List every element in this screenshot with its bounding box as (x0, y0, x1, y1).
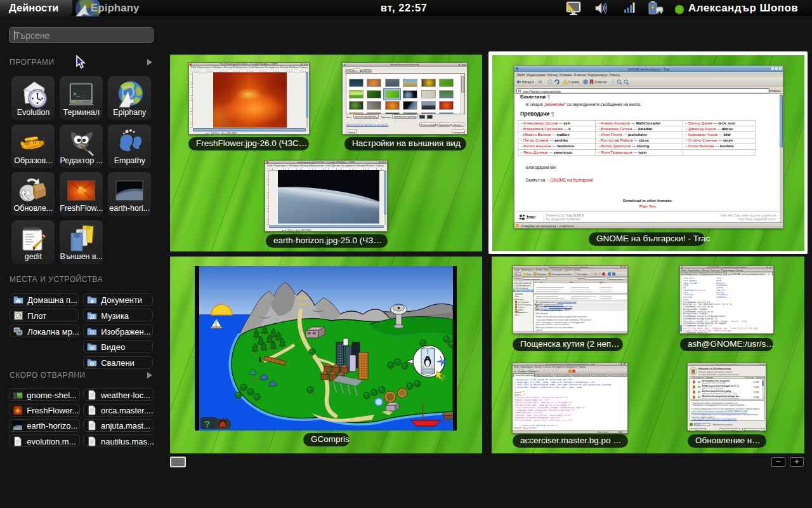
svg-text:>_: >_ (73, 91, 80, 98)
svg-text:?: ? (204, 418, 210, 429)
